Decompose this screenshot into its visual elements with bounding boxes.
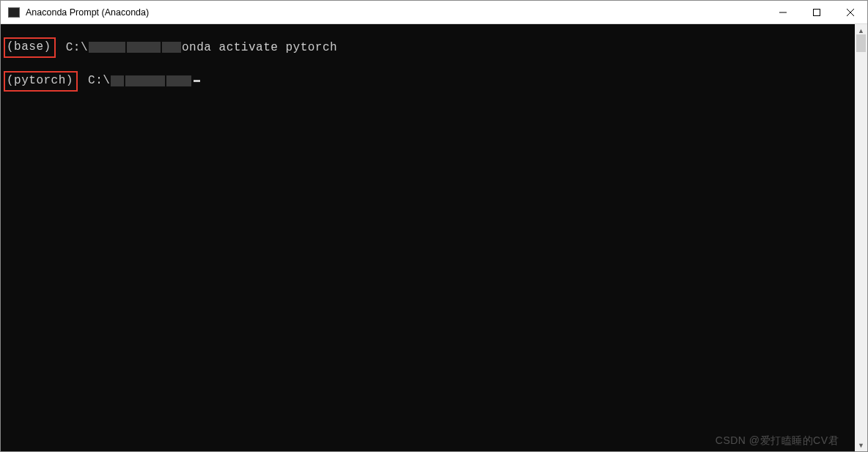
title-bar[interactable]: Anaconda Prompt (Anaconda) <box>1 1 867 24</box>
terminal-line: (pytorch) C:\ <box>4 71 855 92</box>
redacted-block <box>111 75 124 86</box>
conda-env-badge: (pytorch) <box>4 71 78 92</box>
vertical-scrollbar[interactable]: ▲ ▼ <box>855 24 867 451</box>
terminal-cursor <box>194 80 200 82</box>
prompt-path-prefix: C:\ <box>81 73 110 89</box>
redacted-block <box>127 42 161 53</box>
prompt-path-prefix: C:\ <box>59 40 88 56</box>
redacted-block <box>89 42 125 53</box>
watermark-text: CSDN @爱打瞌睡的CV君 <box>716 434 839 447</box>
terminal-output[interactable]: (base) C:\ onda activate pytorch (pytorc… <box>1 24 855 451</box>
close-button[interactable] <box>834 1 867 23</box>
window-controls <box>766 1 867 23</box>
scroll-thumb[interactable] <box>856 34 866 52</box>
command-text: onda activate pytorch <box>182 40 337 56</box>
redacted-block <box>162 42 181 53</box>
terminal-line: (base) C:\ onda activate pytorch <box>4 37 855 58</box>
scroll-down-arrow[interactable]: ▼ <box>855 439 867 451</box>
maximize-button[interactable] <box>800 1 834 23</box>
redacted-block <box>125 75 165 86</box>
minimize-button[interactable] <box>766 1 800 23</box>
terminal-icon <box>8 7 20 18</box>
content-area: (base) C:\ onda activate pytorch (pytorc… <box>1 24 867 451</box>
anaconda-prompt-window: Anaconda Prompt (Anaconda) (base) C:\ on… <box>0 0 868 452</box>
conda-env-badge: (base) <box>4 37 56 58</box>
window-title: Anaconda Prompt (Anaconda) <box>26 7 766 18</box>
svg-rect-1 <box>814 9 820 15</box>
redacted-block <box>166 75 191 86</box>
